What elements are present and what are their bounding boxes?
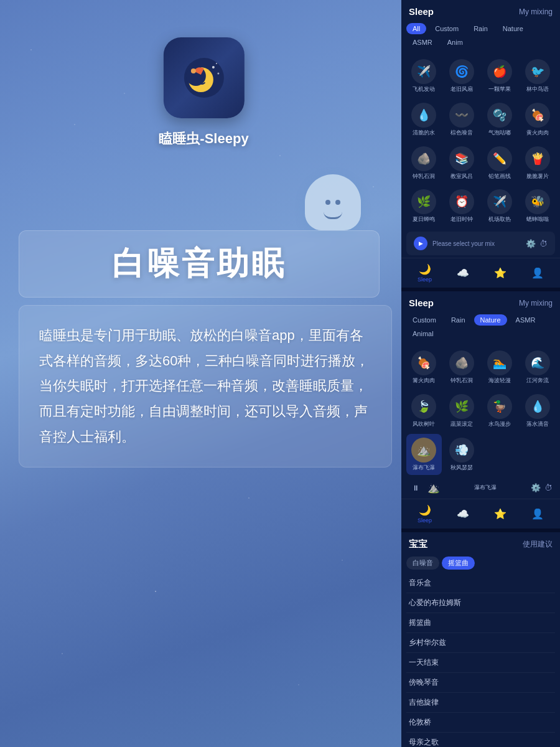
sound-icon: ⏰: [449, 189, 474, 214]
waterfall-sound-icon: ⛰️: [411, 438, 436, 463]
playlist-item[interactable]: 心爱的布拉姆斯: [406, 593, 555, 613]
svg-point-2: [217, 73, 219, 75]
tab2-rain[interactable]: Rain: [445, 314, 472, 326]
sound-icon: 🍖: [525, 103, 550, 128]
tab-anim[interactable]: Anim: [441, 37, 469, 48]
sound-label: 钟乳石洞: [450, 377, 473, 384]
sound-item[interactable]: ⏰ 老旧时钟: [444, 186, 480, 227]
tab-lullaby[interactable]: 摇篮曲: [442, 557, 475, 570]
playlist-item[interactable]: 乡村华尔兹: [406, 633, 555, 653]
nav-user-1[interactable]: 👤: [531, 267, 544, 279]
sound-item[interactable]: 💧 落水滴音: [520, 390, 555, 431]
playlist-item[interactable]: 母亲之歌: [406, 733, 555, 747]
sound-item[interactable]: 🌀 老旧风扇: [444, 55, 480, 96]
sound-icon: 🪨: [411, 146, 436, 171]
sound-label: 秋风瑟瑟: [450, 464, 473, 471]
section3-header: 宝宝 使用建议: [401, 532, 560, 554]
moon-icon: [182, 56, 225, 100]
sound-item[interactable]: 📚 教室风吕: [444, 143, 480, 184]
sound-icon: 💧: [525, 394, 550, 419]
sound-item[interactable]: 🪨 钟乳石洞: [444, 347, 480, 388]
sound-item[interactable]: 🫧 气泡咕嘟: [482, 99, 518, 140]
timer-icon[interactable]: ⏱: [539, 239, 548, 248]
nav-cloud-2[interactable]: ☁️: [457, 508, 469, 520]
tab2-custom[interactable]: Custom: [406, 314, 442, 326]
sound-item[interactable]: 🌿 夏日蝉鸣: [406, 186, 442, 227]
sound-grid-1: ✈️ 飞机发动 🌀 老旧风扇 🍎 一颗苹果 🐦 林中鸟语 💧 清脆的水 〰️: [401, 53, 560, 229]
playlist-item[interactable]: 音乐盒: [406, 573, 555, 593]
tab-asmr[interactable]: ASMR: [406, 37, 439, 48]
sound-item[interactable]: ✈️ 飞机发动: [406, 55, 442, 96]
sound-item[interactable]: 🌿 蔬菜滚定: [444, 390, 480, 431]
nav-star-2[interactable]: ⭐: [494, 508, 506, 520]
nav-star-1[interactable]: ⭐: [494, 267, 506, 279]
star-nav-icon-2: ⭐: [494, 508, 506, 520]
sound-item[interactable]: 〰️ 棕色噪音: [444, 99, 480, 140]
sound-item[interactable]: 🍖 篝火肉肉: [406, 347, 442, 388]
sound-item[interactable]: 🦆 水鸟漫步: [482, 390, 518, 431]
cloud-nav-icon-2: ☁️: [457, 508, 469, 520]
nav-user-2[interactable]: 👤: [531, 508, 544, 520]
playlist-item[interactable]: 一天结束: [406, 653, 555, 673]
sound-item-waterfall[interactable]: ⛰️ 瀑布飞瀑: [406, 434, 442, 475]
pause-button[interactable]: ⏸: [409, 481, 422, 495]
sound-item[interactable]: 🌊 江河奔流: [520, 347, 555, 388]
sound-item[interactable]: 🍎 一颗苹果: [482, 55, 518, 96]
right-panel: Sleep My mixing All Custom Rain Nature A…: [401, 0, 560, 747]
sound-label: 脆脆薯片: [526, 173, 549, 180]
sound-item[interactable]: 🏊 海波轻漫: [482, 347, 518, 388]
sound-item[interactable]: 🐝 蟋蟀嗡嗡: [520, 186, 555, 227]
tab-whitenoise[interactable]: 白噪音: [406, 557, 439, 570]
sound-icon: ✏️: [487, 146, 512, 171]
sound-icon: 🪨: [449, 350, 474, 375]
sound-item[interactable]: 🐦 林中鸟语: [520, 55, 555, 96]
section2-title: Sleep: [409, 298, 434, 308]
sound-label: 机场取热: [488, 216, 511, 223]
sound-item[interactable]: 🪨 钟乳石洞: [406, 143, 442, 184]
white-noise-title: 白噪音助眠: [37, 242, 362, 286]
sound-grid-2: 🍖 篝火肉肉 🪨 钟乳石洞 🏊 海波轻漫 🌊 江河奔流 🍃 风吹树叶 🌿: [401, 344, 560, 477]
ghost-smile: [324, 212, 342, 219]
nav-sleep-1[interactable]: 🌙 Sleep: [418, 263, 432, 283]
tab-all[interactable]: All: [406, 23, 426, 34]
equalizer-icon[interactable]: ⚙️: [526, 239, 536, 248]
tab2-nature[interactable]: Nature: [474, 314, 507, 326]
sound-item[interactable]: 🍃 风吹树叶: [406, 390, 442, 431]
tab2-animal[interactable]: Animal: [406, 328, 440, 339]
sound-label: 海波轻漫: [488, 377, 511, 384]
player-bar-1: ▶ Please select your mix ⚙️ ⏱: [406, 232, 555, 255]
player-controls-2: ⚙️ ⏱: [531, 483, 553, 492]
app-icon-container: 瞌睡虫-Sleepy: [159, 37, 248, 148]
timer-icon-2[interactable]: ⏱: [544, 483, 553, 492]
ghost-eye-right: [335, 200, 340, 205]
tab2-asmr[interactable]: ASMR: [510, 314, 542, 326]
section3-subtitle: 使用建议: [523, 539, 553, 550]
sound-item[interactable]: 🍟 脆脆薯片: [520, 143, 555, 184]
sound-label: 老旧风扇: [450, 86, 473, 93]
sound-label: 铅笔画线: [488, 173, 511, 180]
nav-cloud-1[interactable]: ☁️: [457, 267, 469, 279]
tab-custom[interactable]: Custom: [429, 23, 465, 34]
sound-icon: ✈️: [487, 189, 512, 214]
playlist-item[interactable]: 傍晚琴音: [406, 673, 555, 693]
play-button-1[interactable]: ▶: [414, 237, 427, 250]
section2-header: Sleep My mixing: [401, 291, 560, 312]
sound-label: 棕色噪音: [450, 129, 473, 136]
sound-label: 夏日蝉鸣: [413, 216, 435, 223]
sound-label: 钟乳石洞: [413, 173, 435, 180]
sound-item[interactable]: 💨 秋风瑟瑟: [444, 434, 480, 475]
nav-sleep-2[interactable]: 🌙 Sleep: [418, 504, 432, 524]
tab-nature[interactable]: Nature: [497, 23, 530, 34]
sound-label: 气泡咕嘟: [488, 129, 511, 136]
equalizer-icon-2[interactable]: ⚙️: [531, 483, 541, 492]
tab-rain[interactable]: Rain: [467, 23, 494, 34]
sound-item[interactable]: ✈️ 机场取热: [482, 186, 518, 227]
section1-header: Sleep My mixing: [401, 0, 560, 21]
playlist-item[interactable]: 摇篮曲: [406, 613, 555, 633]
playlist-item[interactable]: 吉他旋律: [406, 693, 555, 713]
playlist-item[interactable]: 伦敦桥: [406, 713, 555, 733]
sound-item[interactable]: 🍖 黄火肉肉: [520, 99, 555, 140]
sound-item[interactable]: 💧 清脆的水: [406, 99, 442, 140]
app-title: 瞌睡虫-Sleepy: [159, 129, 248, 148]
sound-item[interactable]: ✏️ 铅笔画线: [482, 143, 518, 184]
